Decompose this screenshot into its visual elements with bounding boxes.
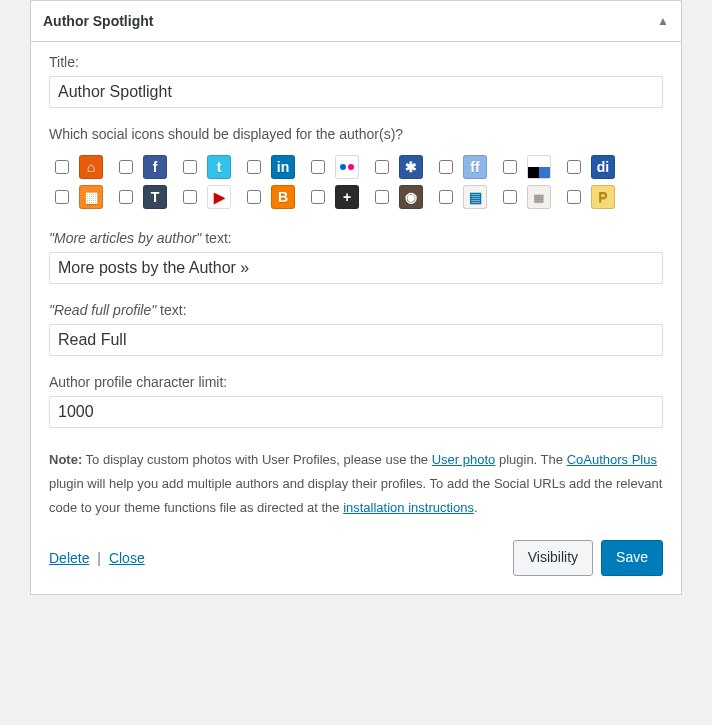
social-item-friendfeed[interactable]: ff — [433, 152, 497, 182]
readfull-label: "Read full profile" text: — [49, 302, 663, 318]
separator: | — [97, 550, 101, 566]
more-label: "More articles by author" text: — [49, 230, 663, 246]
read-full-input[interactable] — [49, 324, 663, 356]
social-item-digg[interactable]: di — [561, 152, 625, 182]
widget-control-left: Delete | Close — [49, 550, 145, 566]
flickr-icon — [335, 155, 359, 179]
title-input[interactable] — [49, 76, 663, 108]
twitter-icon: t — [207, 155, 231, 179]
note-t4: . — [474, 500, 478, 515]
widget-controls: Delete | Close Visibility Save — [49, 540, 663, 575]
more-label-rest: text: — [201, 230, 231, 246]
widget-title: Author Spotlight — [43, 13, 153, 29]
social-item-tumblr[interactable]: T — [113, 182, 177, 212]
field-more-articles: "More articles by author" text: — [49, 230, 663, 284]
digg-icon: di — [591, 155, 615, 179]
field-title: Title: — [49, 54, 663, 108]
field-social: Which social icons should be displayed f… — [49, 126, 663, 212]
social-checkbox-diaspora[interactable] — [375, 160, 389, 174]
diaspora-icon: ✱ — [399, 155, 423, 179]
close-link[interactable]: Close — [109, 550, 145, 566]
rss-icon: ▦ — [79, 185, 103, 209]
social-checkbox-stack[interactable] — [503, 190, 517, 204]
tumblr-icon: T — [143, 185, 167, 209]
social-item-flickr[interactable] — [305, 152, 369, 182]
social-item-blogger[interactable]: B — [241, 182, 305, 212]
pocket-icon: P — [591, 185, 615, 209]
coauthors-plus-link[interactable]: CoAuthors Plus — [567, 452, 657, 467]
charlimit-label: Author profile character limit: — [49, 374, 663, 390]
social-checkbox-digg[interactable] — [567, 160, 581, 174]
stack-icon: ≣ — [527, 185, 551, 209]
readfull-label-em: "Read full profile" — [49, 302, 156, 318]
social-item-home[interactable]: ⌂ — [49, 152, 113, 182]
blogger-icon: B — [271, 185, 295, 209]
installation-instructions-link[interactable]: installation instructions — [343, 500, 474, 515]
youtube-icon: ▶ — [207, 185, 231, 209]
linkedin-icon: in — [271, 155, 295, 179]
social-checkbox-friendfeed[interactable] — [439, 160, 453, 174]
more-label-em: "More articles by author" — [49, 230, 201, 246]
save-button[interactable]: Save — [601, 540, 663, 575]
social-checkbox-delicious[interactable] — [503, 160, 517, 174]
social-checkbox-facebook[interactable] — [119, 160, 133, 174]
char-limit-input[interactable] — [49, 396, 663, 428]
more-articles-input[interactable] — [49, 252, 663, 284]
field-read-full: "Read full profile" text: — [49, 302, 663, 356]
delete-link[interactable]: Delete — [49, 550, 89, 566]
social-item-rss[interactable]: ▦ — [49, 182, 113, 212]
widget-header[interactable]: Author Spotlight ▲ — [31, 1, 681, 42]
social-checkbox-tumblr[interactable] — [119, 190, 133, 204]
social-checkbox-flickr[interactable] — [311, 160, 325, 174]
user-photo-link[interactable]: User photo — [432, 452, 496, 467]
social-checkbox-slideshare[interactable] — [439, 190, 453, 204]
social-item-youtube[interactable]: ▶ — [177, 182, 241, 212]
plus-icon: + — [335, 185, 359, 209]
widget-panel: Author Spotlight ▲ Title: Which social i… — [30, 0, 682, 595]
social-checkbox-pocket[interactable] — [567, 190, 581, 204]
slideshare-icon: ▤ — [463, 185, 487, 209]
widget-control-right: Visibility Save — [513, 540, 663, 575]
friendfeed-icon: ff — [463, 155, 487, 179]
social-checkbox-twitter[interactable] — [183, 160, 197, 174]
home-icon: ⌂ — [79, 155, 103, 179]
social-item-pocket[interactable]: P — [561, 182, 625, 212]
readfull-label-rest: text: — [156, 302, 186, 318]
social-item-stack[interactable]: ≣ — [497, 182, 561, 212]
social-icons-grid: ⌂ftin✱ffdi▦T▶B+◉▤≣P — [49, 148, 663, 212]
note-text: Note: To display custom photos with User… — [49, 448, 663, 520]
social-checkbox-rss[interactable] — [55, 190, 69, 204]
social-item-instagram[interactable]: ◉ — [369, 182, 433, 212]
social-label: Which social icons should be displayed f… — [49, 126, 663, 142]
note-t2: plugin. The — [495, 452, 566, 467]
social-item-facebook[interactable]: f — [113, 152, 177, 182]
social-checkbox-instagram[interactable] — [375, 190, 389, 204]
note-t1: To display custom photos with User Profi… — [82, 452, 432, 467]
social-item-diaspora[interactable]: ✱ — [369, 152, 433, 182]
social-item-twitter[interactable]: t — [177, 152, 241, 182]
field-char-limit: Author profile character limit: — [49, 374, 663, 428]
note-prefix: Note: — [49, 452, 82, 467]
social-checkbox-plus[interactable] — [311, 190, 325, 204]
collapse-icon[interactable]: ▲ — [657, 14, 669, 28]
facebook-icon: f — [143, 155, 167, 179]
social-checkbox-linkedin[interactable] — [247, 160, 261, 174]
social-checkbox-youtube[interactable] — [183, 190, 197, 204]
social-item-plus[interactable]: + — [305, 182, 369, 212]
widget-body: Title: Which social icons should be disp… — [31, 42, 681, 594]
social-checkbox-blogger[interactable] — [247, 190, 261, 204]
instagram-icon: ◉ — [399, 185, 423, 209]
delicious-icon — [527, 155, 551, 179]
title-label: Title: — [49, 54, 663, 70]
social-item-delicious[interactable] — [497, 152, 561, 182]
social-item-linkedin[interactable]: in — [241, 152, 305, 182]
social-item-slideshare[interactable]: ▤ — [433, 182, 497, 212]
social-checkbox-home[interactable] — [55, 160, 69, 174]
visibility-button[interactable]: Visibility — [513, 540, 593, 575]
